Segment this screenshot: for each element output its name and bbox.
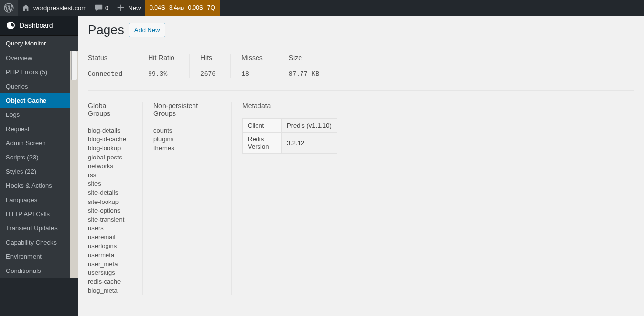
scrollbar-thumb[interactable] [71,51,77,80]
stat-value: 87.77 KB [289,70,319,78]
page-title: Pages [88,23,124,38]
qm-queries: 7Q [207,4,215,11]
group-item: blog-id-cache [88,135,128,144]
sidebar-item-capability-checks[interactable]: Capability Checks [0,235,70,249]
stat-value: Connected [88,70,122,78]
stat-label: Size [289,54,319,62]
stat-value: 18 [241,70,263,78]
sidebar-item-hooks-actions[interactable]: Hooks & Actions [0,179,70,193]
meta-key: Redis Version [243,133,282,154]
site-name: wordpresstest.com [33,4,86,12]
group-item: site-details [88,188,128,197]
stat-misses: Misses 18 [241,54,278,78]
stat-value: 2676 [200,70,215,78]
stat-label: Hits [200,54,215,62]
group-item: users [88,224,128,233]
page-header: Pages Add New [78,16,644,43]
wordpress-icon [4,3,14,13]
metadata-column: Metadata ClientPredis (v1.1.10)Redis Ver… [242,102,352,295]
group-item: themes [153,144,216,153]
sidebar-item-object-cache[interactable]: Object Cache [0,93,70,108]
group-item: user_meta [88,260,128,269]
sidebar-scrollbar[interactable] [70,51,78,278]
qm-memory: 3.4MB [169,4,184,11]
stats-row: Status Connected Hit Ratio 99.3% Hits 26… [88,54,634,91]
sidebar-item-request[interactable]: Request [0,122,70,136]
meta-key: Client [243,119,282,133]
group-item: plugins [153,135,216,144]
stat-label: Status [88,54,122,62]
group-item: blog-details [88,126,128,135]
group-item: rss [88,171,128,180]
dashboard-icon [6,21,16,30]
group-item: userslugs [88,269,128,277]
comment-count: 0 [105,4,108,12]
comment-icon [94,3,103,12]
add-new-button[interactable]: Add New [129,23,166,38]
global-groups-column: Global Groups blog-detailsblog-id-cacheb… [88,102,143,295]
group-item: site-transient [88,215,128,224]
new-content[interactable]: New [112,0,145,16]
column-title: Global Groups [88,102,128,117]
sidebar-item-logs[interactable]: Logs [0,108,70,122]
group-item: redis-cache [88,277,128,286]
stat-hits: Hits 2676 [200,54,231,78]
sidebar-item-languages[interactable]: Languages [0,193,70,207]
admin-bar: wordpresstest.com 0 New 0.04S 3.4MB 0.00… [0,0,644,16]
table-row: Redis Version3.2.12 [243,133,337,154]
sidebar-item-http-api-calls[interactable]: HTTP API Calls [0,207,70,221]
stat-hit-ratio: Hit Ratio 99.3% [148,54,190,78]
group-item: usermeta [88,251,128,260]
group-item: site-options [88,206,128,215]
stat-size: Size 87.77 KB [289,54,334,78]
plus-icon [116,3,125,12]
stat-value: 99.3% [148,70,174,78]
group-item: blog_meta [88,286,128,295]
comments-link[interactable]: 0 [90,0,112,16]
global-groups-list: blog-detailsblog-id-cacheblog-lookupglob… [88,126,128,295]
qm-time: 0.04S [150,4,165,11]
site-home[interactable]: wordpresstest.com [18,0,90,16]
sidebar-item-queries[interactable]: Queries [0,79,70,93]
main-panel: Pages Add New Status Connected Hit Ratio… [78,16,644,316]
meta-value: 3.2.12 [282,133,337,154]
groups-row: Global Groups blog-detailsblog-id-cacheb… [88,102,634,295]
group-item: useremail [88,233,128,242]
group-item: networks [88,162,128,171]
admin-sidebar: Dashboard Query Monitor OverviewPHP Erro… [0,16,78,316]
group-item: counts [153,126,216,135]
sidebar-item-overview[interactable]: Overview [0,51,70,65]
group-item: userlogins [88,242,128,250]
qm-dbtime: 0.00S [188,4,203,11]
stat-label: Hit Ratio [148,54,174,62]
group-item: sites [88,180,128,188]
sidebar-item-php-errors-5[interactable]: PHP Errors (5) [0,65,70,79]
column-title: Metadata [242,102,337,110]
sidebar-dashboard[interactable]: Dashboard [0,16,78,35]
meta-value: Predis (v1.1.10) [282,119,337,133]
sidebar-item-transient-updates[interactable]: Transient Updates [0,221,70,235]
sidebar-section-title[interactable]: Query Monitor [0,35,78,51]
nonpersistent-groups-column: Non-persistent Groups countspluginstheme… [153,102,232,295]
group-item: global-posts [88,153,128,162]
page-content: Status Connected Hit Ratio 99.3% Hits 26… [78,43,644,295]
wp-logo[interactable] [0,0,18,16]
query-monitor-summary[interactable]: 0.04S 3.4MB 0.00S 7Q [145,0,220,16]
sidebar-item-environment[interactable]: Environment [0,249,70,264]
sidebar-item-conditionals[interactable]: Conditionals [0,264,70,278]
dashboard-label: Dashboard [20,22,53,29]
group-item: blog-lookup [88,144,128,153]
sidebar-item-styles-22[interactable]: Styles (22) [0,164,70,179]
group-item: site-lookup [88,198,128,206]
sidebar-item-admin-screen[interactable]: Admin Screen [0,136,70,150]
table-row: ClientPredis (v1.1.10) [243,119,337,133]
new-label: New [128,4,141,12]
column-title: Non-persistent Groups [153,102,216,117]
metadata-table: ClientPredis (v1.1.10)Redis Version3.2.1… [242,118,337,154]
nonpersistent-groups-list: countspluginsthemes [153,126,216,153]
stat-label: Misses [241,54,263,62]
home-icon [21,3,30,12]
sidebar-subnav: OverviewPHP Errors (5)QueriesObject Cach… [0,51,78,278]
stat-status: Status Connected [88,54,137,78]
sidebar-item-scripts-23[interactable]: Scripts (23) [0,150,70,164]
